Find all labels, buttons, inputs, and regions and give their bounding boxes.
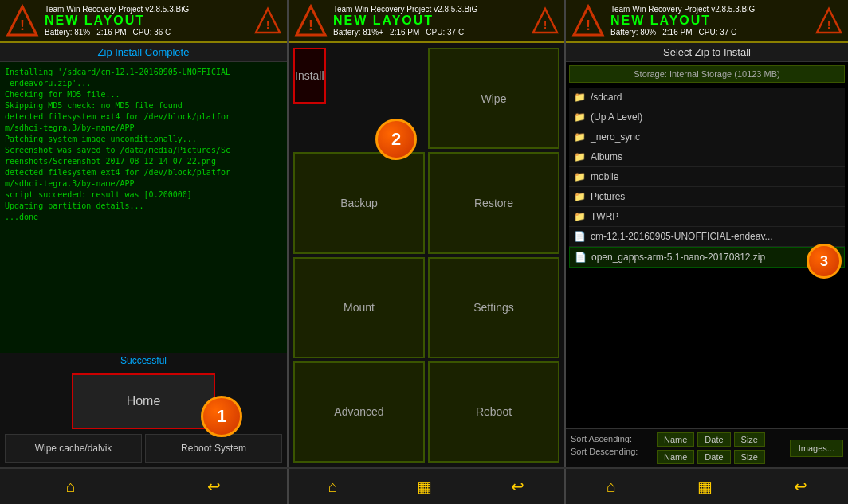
panel1-nav: ⌂ ↩	[0, 469, 289, 504]
file-item-cm[interactable]: 📄 cm-12.1-20160905-UNOFFICIAL-endeav...	[569, 227, 845, 247]
panel1-title: Team Win Recovery Project v2.8.5.3.BiG	[45, 5, 249, 14]
file-list: 📁 /sdcard 📁 (Up A Level) 📁 _nero_sync 📁 …	[566, 86, 848, 428]
back-nav-icon-3[interactable]: ↩	[794, 477, 807, 496]
panel3-title: Team Win Recovery Project v2.8.5.3.BiG	[610, 5, 810, 14]
file-item-twrp[interactable]: 📁 TWRP	[569, 207, 845, 227]
panel1-cpu: CPU: 36 C	[133, 28, 171, 37]
storage-bar: Storage: Internal Storage (10123 MB)	[569, 65, 845, 83]
file-item-mobile[interactable]: 📁 mobile	[569, 167, 845, 187]
reboot-button[interactable]: Reboot	[428, 361, 559, 463]
file-item-up[interactable]: 📁 (Up A Level)	[569, 107, 845, 127]
home-nav-icon-1[interactable]: ⌂	[66, 478, 76, 496]
mount-button[interactable]: Mount	[293, 257, 425, 358]
terminal-line: m/sdhci-tegra.3/by-name/APP	[5, 178, 282, 189]
terminal-line: Installing '/sdcard/cm-12.1-20160905-UNO…	[5, 67, 282, 78]
panel3-section-title: Select Zip to Install	[566, 43, 848, 62]
terminal-line: Skipping MD5 check: no MD5 file found	[5, 100, 282, 111]
sort-desc-size[interactable]: Size	[734, 450, 765, 464]
sort-asc-size[interactable]: Size	[734, 432, 765, 447]
menu-nav-icon-2[interactable]: ▦	[417, 477, 432, 496]
svg-text:!: !	[266, 18, 270, 31]
folder-icon: 📁	[574, 131, 586, 143]
menu-nav-icon-3[interactable]: ▦	[697, 477, 713, 496]
panel2-title: Team Win Recovery Project v2.8.5.3.BiG	[333, 5, 526, 14]
sort-controls: Sort Ascending: Sort Descending: Name Da…	[566, 428, 848, 467]
folder-icon: 📁	[574, 191, 586, 202]
images-button[interactable]: Images...	[790, 440, 843, 457]
folder-icon: 📁	[574, 111, 586, 123]
panel2-cpu: CPU: 37 C	[426, 28, 464, 37]
panel1-terminal: Installing '/sdcard/cm-12.1-20160905-UNO…	[0, 62, 287, 353]
settings-button[interactable]: Settings	[428, 257, 559, 358]
terminal-line: Screenshot was saved to /data/media/Pict…	[5, 145, 282, 156]
panel2-battery: Battery: 81%+	[333, 28, 383, 37]
panel2-layout: NEW LAYOUT	[333, 14, 526, 28]
folder-icon: 📁	[574, 211, 586, 222]
file-icon: 📄	[575, 252, 587, 263]
terminal-line: detected filesystem ext4 for /dev/block/…	[5, 111, 282, 123]
terminal-line: Checking for MD5 file...	[5, 89, 282, 100]
svg-text:!: !	[544, 18, 548, 31]
reboot-system-button[interactable]: Reboot System	[145, 434, 282, 463]
badge-3: 3	[807, 244, 842, 279]
file-item-sdcard[interactable]: 📁 /sdcard	[569, 88, 845, 107]
back-nav-icon-1[interactable]: ↩	[207, 477, 221, 496]
badge-1: 1	[201, 396, 242, 437]
panel3-header: ! Team Win Recovery Project v2.8.5.3.BiG…	[566, 0, 848, 43]
terminal-line: detected filesystem ext4 for /dev/block/…	[5, 167, 282, 178]
sort-asc-date[interactable]: Date	[697, 432, 730, 447]
panel1-section-title: Zip Install Complete	[0, 43, 287, 62]
file-item-nero[interactable]: 📁 _nero_sync	[569, 127, 845, 147]
panel1-layout: NEW LAYOUT	[45, 14, 249, 28]
file-item-pictures[interactable]: 📁 Pictures	[569, 187, 845, 207]
folder-icon: 📁	[574, 92, 586, 103]
file-icon: 📄	[574, 231, 586, 242]
file-item-albums[interactable]: 📁 Albums	[569, 147, 845, 167]
badge-2: 2	[375, 119, 417, 160]
panel1-time: 2:16 PM	[96, 28, 126, 37]
terminal-line: Patching system image unconditionally...	[5, 134, 282, 145]
svg-text:!: !	[20, 18, 25, 33]
successful-label: Successful	[0, 353, 287, 369]
terminal-line: Updating partition details...	[5, 201, 282, 212]
home-button[interactable]: Home	[72, 373, 215, 429]
panel3-layout: NEW LAYOUT	[610, 14, 810, 28]
panel2-grid: Install 2 Wipe Backup Restore Mount Sett…	[289, 43, 564, 467]
panel1-header: ! Team Win Recovery Project v2.8.5.3.BiG…	[0, 0, 287, 43]
sort-asc-name[interactable]: Name	[657, 432, 694, 447]
terminal-line: ...done	[5, 212, 282, 223]
sort-descending-label: Sort Descending:	[571, 447, 650, 456]
wipe-cache-button[interactable]: Wipe cache/dalvik	[5, 434, 142, 463]
terminal-line: -endeavoru.zip'...	[5, 78, 282, 89]
folder-icon: 📁	[574, 171, 586, 182]
install-button[interactable]: Install	[293, 48, 326, 104]
sort-ascending-label: Sort Ascending:	[571, 434, 650, 443]
sort-desc-name[interactable]: Name	[657, 450, 694, 464]
terminal-line: reenshots/Screenshot_2017-08-12-14-07-22…	[5, 156, 282, 167]
svg-text:!: !	[308, 18, 313, 33]
svg-text:!: !	[827, 18, 831, 31]
restore-button[interactable]: Restore	[428, 152, 559, 253]
back-nav-icon-2[interactable]: ↩	[511, 477, 524, 496]
backup-button[interactable]: Backup	[293, 152, 425, 253]
wipe-button[interactable]: Wipe	[428, 48, 559, 149]
sort-desc-date[interactable]: Date	[697, 450, 730, 464]
svg-text:!: !	[586, 18, 591, 33]
panel3-cpu: CPU: 37 C	[699, 28, 737, 37]
file-item-gapps[interactable]: 📄 open_gapps-arm-5.1-nano-20170812.zip	[569, 247, 845, 268]
panel2-header: ! Team Win Recovery Project v2.8.5.3.BiG…	[289, 0, 564, 43]
folder-icon: 📁	[574, 151, 586, 162]
terminal-line: m/sdhci-tegra.3/by-name/APP	[5, 123, 282, 134]
home-nav-icon-2[interactable]: ⌂	[328, 478, 338, 496]
panel3-nav: ⌂ ▦ ↩	[566, 469, 848, 504]
panel2-time: 2:16 PM	[390, 28, 419, 37]
panel3-time: 2:16 PM	[662, 28, 692, 37]
panel3-battery: Battery: 80%	[610, 28, 656, 37]
terminal-line: script succeeded: result was [0.200000]	[5, 189, 282, 201]
home-nav-icon-3[interactable]: ⌂	[607, 478, 616, 496]
advanced-button[interactable]: Advanced	[293, 361, 425, 463]
panel1-battery: Battery: 81%	[45, 28, 90, 37]
panel2-nav: ⌂ ▦ ↩	[289, 469, 566, 504]
